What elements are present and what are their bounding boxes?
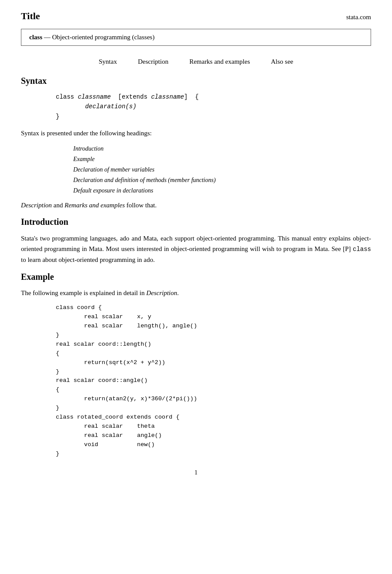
stata-brand: stata.com <box>346 14 371 21</box>
tab-syntax[interactable]: Syntax <box>99 58 117 65</box>
tab-description[interactable]: Description <box>138 58 168 65</box>
syntax-line3: } <box>56 113 59 120</box>
follow-text-description: Description <box>21 202 52 209</box>
introduction-paragraph: Stata's two programming languages, ado a… <box>21 233 371 265</box>
follow-text-end: follow that. <box>125 202 157 209</box>
class-box: class — Object-oriented programming (cla… <box>21 29 371 46</box>
syntax-line1: class classname [extends classname] { <box>56 93 199 100</box>
list-item-methods: Declaration and definition of methods (m… <box>73 175 371 186</box>
syntax-heading: Syntax <box>21 76 371 86</box>
page-title: Title <box>21 10 40 22</box>
page: Title stata.com class — Object-oriented … <box>0 0 392 574</box>
syntax-list: Introduction Example Declaration of memb… <box>73 144 371 196</box>
example-code: class coord { real scalar x, y real scal… <box>56 303 371 459</box>
class-keyword: class <box>29 34 42 41</box>
example-intro-italic: Description <box>146 289 177 296</box>
list-item-member-variables: Declaration of member variables <box>73 165 371 175</box>
syntax-code: class classname [extends classname] { de… <box>56 92 371 121</box>
example-section: Example The following example is explain… <box>21 272 371 459</box>
page-number: 1 <box>21 469 371 476</box>
page-header: Title stata.com <box>21 10 371 22</box>
syntax-intro: Syntax is presented under the following … <box>21 128 371 138</box>
example-intro-end: . <box>177 289 179 296</box>
syntax-line2: declaration(s) <box>56 103 136 110</box>
list-item-example: Example <box>73 154 371 165</box>
list-item-introduction: Introduction <box>73 144 371 154</box>
class-box-text: class — Object-oriented programming (cla… <box>29 34 154 41</box>
example-heading: Example <box>21 272 371 282</box>
nav-tabs: Syntax Description Remarks and examples … <box>21 58 371 65</box>
follow-text-and: and <box>52 202 65 209</box>
tab-remarks[interactable]: Remarks and examples <box>189 58 250 65</box>
introduction-section: Introduction Stata's two programming lan… <box>21 217 371 265</box>
follow-text-remarks: Remarks and examples <box>65 202 125 209</box>
list-item-default-exposure: Default exposure in declarations <box>73 186 371 196</box>
class-code-ref: class <box>353 246 371 253</box>
example-intro-text: The following example is explained in de… <box>21 289 146 296</box>
example-intro: The following example is explained in de… <box>21 288 371 298</box>
introduction-heading: Introduction <box>21 217 371 227</box>
follow-text: Description and Remarks and examples fol… <box>21 202 371 209</box>
class-description: — Object-oriented programming (classes) <box>44 34 155 41</box>
tab-also-see[interactable]: Also see <box>271 58 293 65</box>
syntax-section: Syntax class classname [extends classnam… <box>21 76 371 209</box>
